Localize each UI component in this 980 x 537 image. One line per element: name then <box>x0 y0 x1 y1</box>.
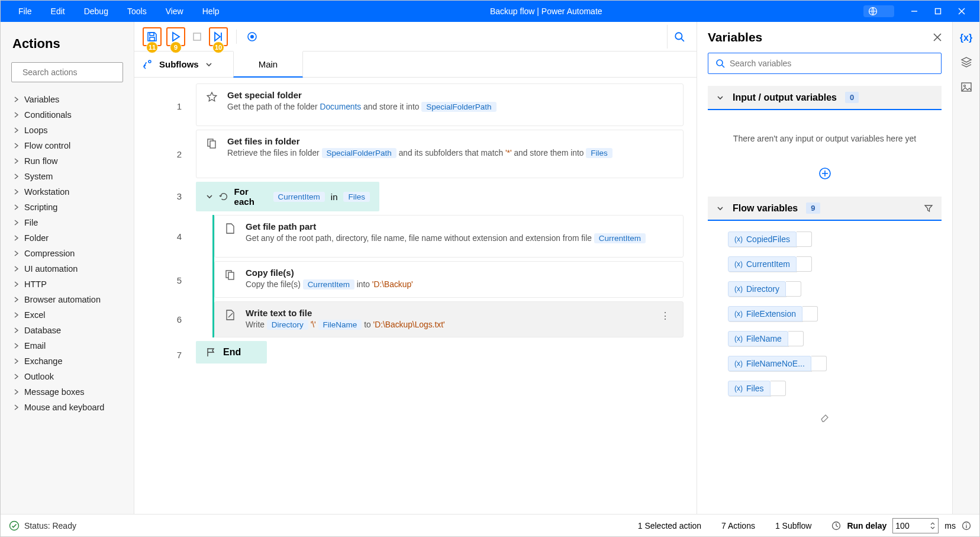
subflow-bar: Subflows Main <box>134 52 697 78</box>
svg-rect-17 <box>210 141 215 148</box>
stepper-icon[interactable] <box>930 520 936 531</box>
step-write-text-to-file[interactable]: Write text to file Write Directory '\' F… <box>214 301 684 338</box>
category-exchange[interactable]: Exchange <box>1 353 134 369</box>
svg-point-22 <box>717 60 723 66</box>
menu-file[interactable]: File <box>9 3 41 20</box>
step-get-files-in-folder[interactable]: Get files in folder Retrieve the files i… <box>196 130 684 178</box>
subflows-label[interactable]: Subflows <box>159 59 199 69</box>
menu-tools[interactable]: Tools <box>118 3 156 20</box>
category-loops[interactable]: Loops <box>1 123 134 138</box>
step-get-file-path-part[interactable]: Get file path part Get any of the root p… <box>214 215 684 258</box>
step-copy-files[interactable]: Copy file(s) Copy the file(s) CurrentIte… <box>214 261 684 298</box>
line-gutter: 1 2 3 4 5 6 7 <box>134 78 194 514</box>
svg-point-32 <box>966 523 967 525</box>
layers-icon[interactable] <box>960 56 972 68</box>
category-mouse-and-keyboard[interactable]: Mouse and keyboard <box>1 400 134 415</box>
category-database[interactable]: Database <box>1 323 134 338</box>
search-actions[interactable] <box>11 62 123 82</box>
flow-var-files[interactable]: (x) Files <box>728 381 921 396</box>
flow-var-fileextension[interactable]: (x) FileExtension <box>728 306 921 321</box>
flow-var-copiedfiles[interactable]: (x) CopiedFiles <box>728 231 921 247</box>
actions-categories: VariablesConditionalsLoopsFlow controlRu… <box>1 89 134 504</box>
variables-rail-icon[interactable]: {x} <box>960 33 972 43</box>
category-email[interactable]: Email <box>1 338 134 353</box>
ms-label: ms <box>944 521 956 530</box>
chevron-down-icon[interactable] <box>716 94 724 102</box>
chevron-down-icon[interactable] <box>205 60 213 69</box>
add-variable-button[interactable] <box>708 167 942 197</box>
svg-rect-2 <box>936 9 941 14</box>
search-icon <box>674 31 685 42</box>
designer-area: 11 9 10 Subflows M <box>134 22 697 514</box>
close-icon[interactable] <box>933 33 942 41</box>
category-run-flow[interactable]: Run flow <box>1 153 134 169</box>
image-icon[interactable] <box>960 81 972 93</box>
callout-9: 9 <box>170 41 182 53</box>
flow-var-directory[interactable]: (x) Directory <box>728 281 921 297</box>
flow-var-currentitem[interactable]: (x) CurrentItem <box>728 256 921 272</box>
eraser-button[interactable] <box>708 409 942 425</box>
step-for-each[interactable]: For each CurrentItem in Files <box>196 182 379 211</box>
run-delay-input[interactable]: 100 <box>892 518 939 533</box>
category-file[interactable]: File <box>1 215 134 230</box>
menu-view[interactable]: View <box>156 3 193 20</box>
category-folder[interactable]: Folder <box>1 230 134 246</box>
run-next-button[interactable]: 10 <box>209 27 228 46</box>
menu-help[interactable]: Help <box>193 3 229 20</box>
more-icon[interactable]: ⋮ <box>656 308 675 324</box>
record-button[interactable] <box>243 27 262 46</box>
flow-vars-header[interactable]: Flow variables 9 <box>708 197 942 220</box>
flow-var-filenamenoe[interactable]: (x) FileNameNoE... <box>728 356 921 371</box>
toolbar: 11 9 10 <box>134 22 697 52</box>
actions-title: Actions <box>1 31 134 62</box>
menu-debug[interactable]: Debug <box>75 3 118 20</box>
selected-count: 1 Selected action <box>638 521 701 530</box>
variables-pane: Variables Input / output variables 0 The… <box>697 22 952 514</box>
category-excel[interactable]: Excel <box>1 307 134 323</box>
step-end[interactable]: End <box>196 341 267 364</box>
chevron-down-icon[interactable] <box>716 204 724 213</box>
flow-search-button[interactable] <box>667 25 691 49</box>
save-button[interactable]: 11 <box>143 27 162 46</box>
category-conditionals[interactable]: Conditionals <box>1 107 134 123</box>
filter-icon[interactable] <box>924 204 933 213</box>
category-outlook[interactable]: Outlook <box>1 369 134 384</box>
category-system[interactable]: System <box>1 169 134 184</box>
subflow-icon <box>143 59 153 70</box>
svg-point-28 <box>963 85 965 87</box>
category-http[interactable]: HTTP <box>1 276 134 292</box>
category-scripting[interactable]: Scripting <box>1 200 134 215</box>
search-variables[interactable] <box>708 53 942 74</box>
category-flow-control[interactable]: Flow control <box>1 138 134 153</box>
close-icon[interactable] <box>958 8 965 15</box>
stop-button[interactable] <box>188 27 207 46</box>
category-workstation[interactable]: Workstation <box>1 184 134 200</box>
io-vars-header[interactable]: Input / output variables 0 <box>708 86 942 109</box>
svg-point-12 <box>250 35 254 38</box>
actions-pane: Actions VariablesConditionalsLoopsFlow c… <box>1 22 134 514</box>
minimize-icon[interactable] <box>911 8 918 15</box>
step-get-special-folder[interactable]: Get special folder Get the path of the f… <box>196 83 684 126</box>
category-variables[interactable]: Variables <box>1 92 134 107</box>
run-button[interactable]: 9 <box>166 27 185 46</box>
flow-var-filename[interactable]: (x) FileName <box>728 331 921 346</box>
search-actions-input[interactable] <box>22 67 126 77</box>
menu-edit[interactable]: Edit <box>41 3 75 20</box>
category-message-boxes[interactable]: Message boxes <box>1 384 134 400</box>
callout-11: 11 <box>146 41 158 53</box>
environment-badge[interactable] <box>863 5 894 17</box>
info-icon[interactable] <box>962 521 971 530</box>
svg-rect-9 <box>194 33 201 40</box>
category-ui-automation[interactable]: UI automation <box>1 261 134 276</box>
flag-icon <box>205 347 216 358</box>
star-icon <box>206 91 218 103</box>
search-variables-input[interactable] <box>730 59 934 68</box>
chevron-down-icon[interactable] <box>205 192 213 201</box>
category-browser-automation[interactable]: Browser automation <box>1 292 134 307</box>
files-icon <box>206 137 218 149</box>
line-7: 7 <box>134 338 194 371</box>
tab-main[interactable]: Main <box>233 51 304 78</box>
maximize-icon[interactable] <box>934 8 942 15</box>
category-compression[interactable]: Compression <box>1 246 134 261</box>
status-ok-icon <box>9 520 20 531</box>
